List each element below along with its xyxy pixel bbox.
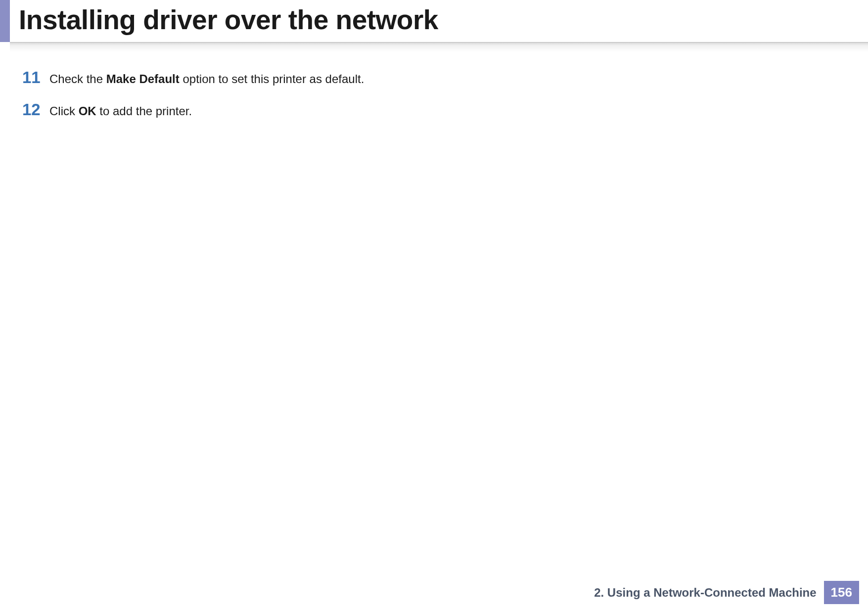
- footer-chapter: 2. Using a Network-Connected Machine: [594, 586, 816, 600]
- step-text-after: option to set this printer as default.: [180, 72, 365, 86]
- page-title: Installing driver over the network: [19, 4, 438, 36]
- step-text-after: to add the printer.: [96, 104, 192, 118]
- step-text: Click OK to add the printer.: [49, 103, 192, 119]
- steps-container: 11 Check the Make Default option to set …: [22, 69, 364, 133]
- step-text-bold: OK: [79, 104, 96, 118]
- header-accent-bar: [0, 0, 10, 42]
- step-row: 12 Click OK to add the printer.: [22, 101, 364, 119]
- footer: 2. Using a Network-Connected Machine 156: [594, 581, 859, 604]
- page-number: 156: [824, 581, 859, 604]
- step-text-bold: Make Default: [106, 72, 180, 86]
- step-text-before: Click: [49, 104, 79, 118]
- step-row: 11 Check the Make Default option to set …: [22, 69, 364, 87]
- step-text: Check the Make Default option to set thi…: [49, 71, 364, 87]
- step-text-before: Check the: [49, 72, 106, 86]
- step-number: 11: [22, 69, 49, 86]
- step-number: 12: [22, 101, 49, 118]
- title-divider: [10, 42, 868, 52]
